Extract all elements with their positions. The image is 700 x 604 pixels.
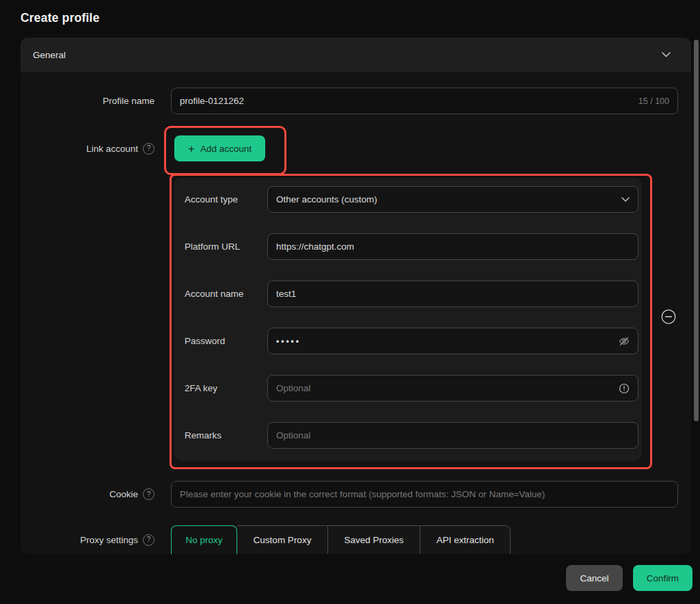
password-field <box>267 328 638 354</box>
twofa-key-field <box>267 375 638 402</box>
platform-url-field <box>267 233 638 260</box>
profile-name-label: Profile name <box>21 88 154 114</box>
account-name-field <box>267 280 638 307</box>
remarks-field <box>267 422 638 449</box>
link-account-label: Link account ? <box>21 135 154 161</box>
password-label: Password <box>185 328 263 354</box>
add-account-button[interactable]: + Add account <box>174 135 265 161</box>
twofa-key-label: 2FA key <box>185 375 263 402</box>
cancel-button[interactable]: Cancel <box>566 565 623 591</box>
account-name-label: Account name <box>185 280 263 307</box>
help-icon[interactable]: ? <box>143 534 154 546</box>
remove-account-button[interactable] <box>661 309 676 324</box>
minus-circle-icon <box>661 309 676 324</box>
char-counter: 15 / 100 <box>638 96 669 106</box>
cookie-label: Cookie ? <box>21 481 154 508</box>
tab-no-proxy[interactable]: No proxy <box>171 525 237 554</box>
account-form-panel: Account type Other accounts (custom) Pla… <box>174 178 642 461</box>
info-circle-icon <box>619 383 630 394</box>
cookie-input[interactable] <box>180 489 669 499</box>
chevron-down-icon <box>662 52 671 57</box>
create-profile-dialog: { "window": { "title": "Create profile" … <box>0 0 700 604</box>
scrollbar-thumb[interactable] <box>694 40 699 421</box>
profile-name-field: 15 / 100 <box>171 88 678 114</box>
remarks-label: Remarks <box>185 422 263 449</box>
help-icon[interactable]: ? <box>143 488 154 500</box>
confirm-button[interactable]: Confirm <box>633 565 692 591</box>
tab-saved-proxies[interactable]: Saved Proxies <box>328 525 420 554</box>
proxy-tabs: No proxy Custom Proxy Saved Proxies API … <box>171 525 511 554</box>
remarks-input[interactable] <box>276 430 630 441</box>
plus-icon: + <box>188 143 195 155</box>
cookie-field <box>171 481 678 508</box>
general-section: General Profile name 15 / 100 Link accou… <box>21 38 691 554</box>
tab-api-extraction[interactable]: API extraction <box>420 525 511 554</box>
account-type-label: Account type <box>185 186 263 213</box>
account-name-input[interactable] <box>276 289 630 299</box>
eye-off-icon[interactable] <box>619 337 630 346</box>
proxy-settings-label: Proxy settings ? <box>21 525 154 554</box>
help-icon[interactable]: ? <box>143 143 154 155</box>
account-type-select[interactable]: Other accounts (custom) <box>267 186 638 213</box>
twofa-key-input[interactable] <box>276 383 612 393</box>
general-section-title: General <box>33 50 66 60</box>
platform-url-input[interactable] <box>276 241 630 252</box>
platform-url-label: Platform URL <box>185 233 263 260</box>
tab-custom-proxy[interactable]: Custom Proxy <box>237 525 328 554</box>
page-title: Create profile <box>21 11 100 25</box>
chevron-down-icon <box>621 197 630 202</box>
profile-name-input[interactable] <box>180 96 632 106</box>
password-input[interactable] <box>276 337 612 346</box>
general-section-header[interactable]: General <box>21 38 691 72</box>
